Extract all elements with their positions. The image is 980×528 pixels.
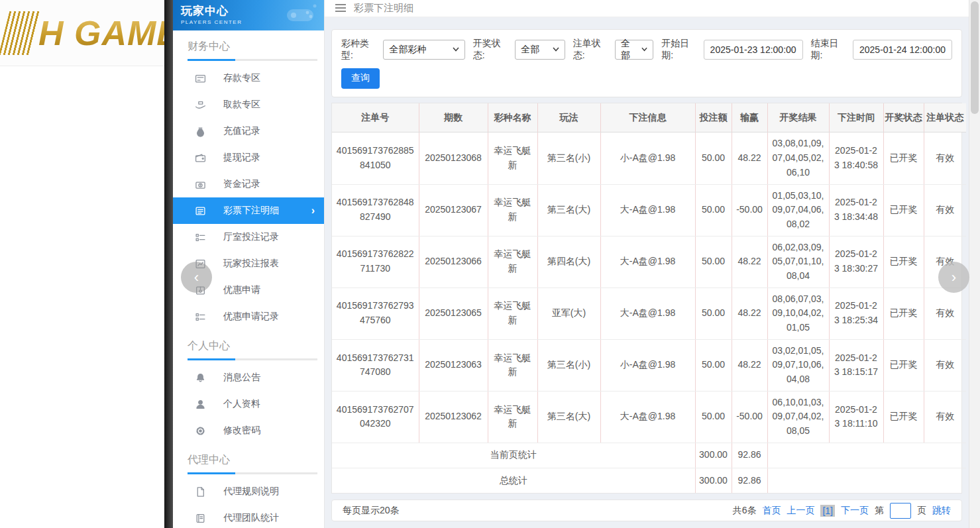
cell-play: 第三名(大)	[537, 184, 600, 236]
total-count: 共6条	[733, 505, 757, 517]
col-draw-result: 开奖结果	[767, 103, 829, 132]
sidebar-item-lottery-bet-details[interactable]: 彩票下注明细 ›	[173, 197, 324, 224]
sidebar-item-deposit[interactable]: 存款专区	[173, 65, 324, 91]
sidebar-item-promo-apply-records[interactable]: 优惠申请记录	[173, 303, 324, 330]
sidebar-item-recharge-record[interactable]: 充值记录	[173, 118, 324, 144]
col-bet-status: 注单状态	[924, 103, 966, 132]
cell-amount: 50.00	[695, 236, 732, 288]
gamepad-icon	[280, 3, 319, 28]
sidebar-item-label: 厅室投注记录	[223, 231, 279, 243]
wallet-icon	[194, 152, 206, 164]
menu-toggle-icon[interactable]	[335, 4, 346, 12]
sidebar-item-label: 存款专区	[223, 72, 260, 84]
main-content: 彩票下注明细 彩种类型: 全部彩种 开奖状态: 全部 注单状态:	[325, 0, 980, 528]
sidebar-item-hall-bet-records[interactable]: 厅室投注记录	[173, 224, 324, 250]
panel-expand-button[interactable]: ›	[938, 262, 969, 293]
chevron-down-icon	[453, 47, 459, 52]
table-row: 401569173762848827490 20250123067 幸运飞艇新 …	[332, 184, 966, 236]
cell-winloss: 48.22	[732, 339, 767, 391]
cell-amount: 50.00	[695, 288, 732, 339]
sidebar-item-label: 取款专区	[223, 99, 260, 111]
search-button[interactable]: 查询	[341, 68, 380, 89]
cell-info: 大-A盘@1.98	[600, 184, 695, 236]
cell-amount: 50.00	[695, 184, 732, 236]
col-bet-time: 下注时间	[829, 103, 883, 132]
page-summary-row: 当前页统计 300.00 92.86	[332, 443, 966, 468]
cell-info: 大-A盘@1.98	[600, 288, 695, 339]
sidebar-item-withdraw[interactable]: 取款专区	[173, 91, 324, 118]
section-underline	[188, 358, 317, 360]
jump-button[interactable]: 跳转	[932, 505, 951, 517]
sidebar-item-funds-record[interactable]: 资金记录	[173, 171, 324, 197]
cell-result: 03,02,01,05,09,07,10,06,04,08	[767, 339, 829, 391]
cell-winloss: 48.22	[732, 132, 767, 184]
sidebar-item-profile[interactable]: 个人资料	[173, 391, 324, 417]
pagination-bar: 每页显示20条 共6条 首页 上一页 [1] 下一页 第 页 跳转	[331, 500, 962, 521]
table-row: 401569173762731747080 20250123063 幸运飞艇新 …	[332, 339, 966, 391]
person-icon	[194, 398, 206, 410]
brand-pane: H GAME	[0, 0, 164, 528]
cell-time: 2025-01-23 18:15:17	[829, 339, 883, 391]
cell-winloss: -50.00	[732, 391, 767, 443]
cell-result: 01,05,03,10,09,07,04,06,08,02	[767, 184, 829, 236]
cell-lottery: 幸运飞艇新	[488, 236, 537, 288]
cell-amount: 50.00	[695, 339, 732, 391]
section-underline	[188, 59, 317, 61]
cell-period: 20250123062	[419, 391, 488, 443]
lottery-type-select[interactable]: 全部彩种	[383, 40, 464, 60]
start-date-input[interactable]	[704, 40, 803, 60]
cell-period: 20250123065	[419, 288, 488, 339]
cell-bet-id: 401569173762848827490	[332, 184, 419, 236]
sidebar-item-messages[interactable]: 消息公告	[173, 364, 324, 391]
divider-strip	[164, 0, 173, 528]
table-row: 401569173762885841050 20250123068 幸运飞艇新 …	[332, 132, 966, 184]
page-jump-input[interactable]	[890, 503, 911, 519]
sidebar-item-agent-team-stats[interactable]: 代理团队统计	[173, 505, 324, 528]
first-page-link[interactable]: 首页	[762, 505, 781, 517]
prev-page-link[interactable]: 上一页	[787, 505, 814, 517]
logo-area: H GAME	[0, 0, 164, 66]
draw-status-value: 全部	[521, 44, 539, 56]
cell-winloss: 48.22	[732, 288, 767, 339]
cell-bet-status: 有效	[924, 391, 966, 443]
col-winloss: 输赢	[732, 103, 767, 132]
cell-result: 03,08,01,09,07,04,05,02,06,10	[767, 132, 829, 184]
col-play: 玩法	[537, 103, 600, 132]
scrollbar-thumb[interactable]	[971, 1, 979, 114]
sidebar-collapse-button[interactable]: ‹	[181, 262, 212, 293]
per-page-label: 每页显示20条	[343, 505, 400, 517]
summary-winloss: 92.86	[732, 443, 767, 468]
chevron-right-icon: ›	[311, 205, 315, 217]
vertical-scrollbar[interactable]	[969, 0, 980, 528]
end-date-input[interactable]	[853, 40, 952, 60]
bets-table-card: 注单号 期数 彩种名称 玩法 下注信息 投注额 输赢 开奖结果 下注时间 开奖状…	[331, 103, 962, 494]
cell-period: 20250123068	[419, 132, 488, 184]
lottery-type-label: 彩种类型:	[341, 38, 379, 62]
app-window: H GAME 玩家中心 PLAYERS CENTER 财务中心 存款专区	[0, 0, 980, 528]
cell-bet-id: 401569173762731747080	[332, 339, 419, 391]
summary-empty	[767, 468, 966, 493]
draw-status-label: 开奖状态:	[473, 38, 511, 62]
col-draw-status: 开奖状态	[883, 103, 924, 132]
cell-period: 20250123066	[419, 236, 488, 288]
sidebar-item-change-password[interactable]: 修改密码	[173, 417, 324, 444]
bet-status-label: 注单状态:	[573, 38, 611, 62]
bet-status-select[interactable]: 全部	[615, 40, 653, 60]
cell-draw-status: 已开奖	[883, 391, 924, 443]
summary-amount: 300.00	[695, 468, 732, 493]
sidebar-item-withdraw-record[interactable]: 提现记录	[173, 144, 324, 171]
cell-draw-status: 已开奖	[883, 236, 924, 288]
cell-bet-status: 有效	[924, 184, 966, 236]
brand-logo: H GAME	[4, 11, 164, 55]
cell-winloss: -50.00	[732, 184, 767, 236]
sidebar-item-label: 优惠申请记录	[223, 311, 279, 323]
sidebar-item-agent-rules[interactable]: 代理规则说明	[173, 478, 324, 505]
sidebar-item-label: 玩家投注报表	[223, 258, 279, 270]
draw-status-select[interactable]: 全部	[515, 40, 565, 60]
next-page-link[interactable]: 下一页	[841, 505, 869, 517]
cell-bet-id: 401569173762707042320	[332, 391, 419, 443]
cell-info: 大-A盘@1.98	[600, 391, 695, 443]
bell-icon	[194, 372, 206, 384]
total-summary-row: 总统计 300.00 92.86	[332, 468, 966, 493]
cell-amount: 50.00	[695, 132, 732, 184]
